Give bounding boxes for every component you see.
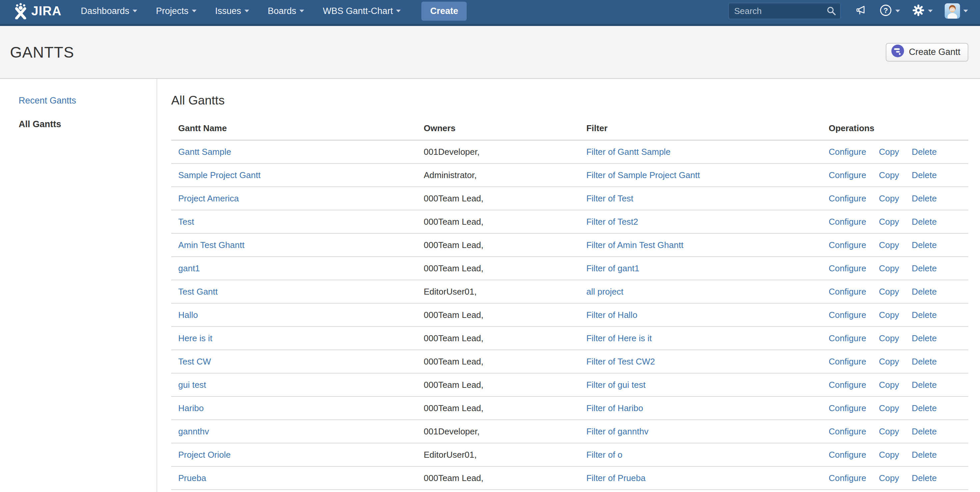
delete-link[interactable]: Delete bbox=[912, 380, 937, 390]
configure-link[interactable]: Configure bbox=[829, 147, 866, 157]
copy-link[interactable]: Copy bbox=[879, 380, 899, 390]
configure-link[interactable]: Configure bbox=[829, 450, 866, 460]
copy-link[interactable]: Copy bbox=[879, 194, 899, 203]
create-button[interactable]: Create bbox=[422, 2, 467, 21]
configure-link[interactable]: Configure bbox=[829, 403, 866, 413]
filter-link[interactable]: Filter of Test CW2 bbox=[586, 357, 655, 367]
filter-link[interactable]: Filter of Amin Test Ghantt bbox=[586, 240, 683, 250]
create-gantt-button[interactable]: Create Gantt bbox=[886, 43, 968, 62]
announcement-button[interactable] bbox=[856, 4, 867, 17]
copy-link[interactable]: Copy bbox=[879, 310, 899, 320]
delete-link[interactable]: Delete bbox=[912, 333, 937, 343]
filter-link[interactable]: Filter of Sample Project Gantt bbox=[586, 170, 700, 180]
delete-link[interactable]: Delete bbox=[912, 310, 937, 320]
copy-link[interactable]: Copy bbox=[879, 427, 899, 436]
delete-link[interactable]: Delete bbox=[912, 240, 937, 250]
copy-link[interactable]: Copy bbox=[879, 240, 899, 250]
delete-link[interactable]: Delete bbox=[912, 170, 937, 180]
configure-link[interactable]: Configure bbox=[829, 473, 866, 483]
help-menu-button[interactable]: ? bbox=[880, 4, 900, 18]
filter-link[interactable]: Filter of o bbox=[586, 450, 622, 460]
configure-link[interactable]: Configure bbox=[829, 357, 866, 367]
table-row: Project America 000Team Lead, Filter of … bbox=[171, 187, 968, 210]
delete-link[interactable]: Delete bbox=[912, 194, 937, 203]
copy-link[interactable]: Copy bbox=[879, 170, 899, 180]
filter-link[interactable]: Filter of Test2 bbox=[586, 217, 638, 227]
chevron-down-icon bbox=[299, 10, 304, 12]
search-input[interactable] bbox=[728, 3, 841, 19]
gantt-name-link[interactable]: gannthv bbox=[178, 427, 209, 436]
gantt-name-link[interactable]: gui test bbox=[178, 380, 206, 390]
gantt-name-link[interactable]: Gantt Sample bbox=[178, 147, 231, 157]
configure-link[interactable]: Configure bbox=[829, 240, 866, 250]
filter-link[interactable]: Filter of Test bbox=[586, 194, 633, 203]
nav-menu-label: WBS Gantt-Chart bbox=[323, 6, 393, 16]
nav-menu-dashboards[interactable]: Dashboards bbox=[81, 6, 138, 16]
configure-link[interactable]: Configure bbox=[829, 427, 866, 436]
configure-link[interactable]: Configure bbox=[829, 380, 866, 390]
delete-link[interactable]: Delete bbox=[912, 427, 937, 436]
delete-link[interactable]: Delete bbox=[912, 473, 937, 483]
copy-link[interactable]: Copy bbox=[879, 357, 899, 367]
filter-link[interactable]: Filter of gant1 bbox=[586, 263, 639, 273]
filter-link[interactable]: Filter of gui test bbox=[586, 380, 646, 390]
delete-link[interactable]: Delete bbox=[912, 147, 937, 157]
configure-link[interactable]: Configure bbox=[829, 310, 866, 320]
delete-link[interactable]: Delete bbox=[912, 217, 937, 227]
configure-link[interactable]: Configure bbox=[829, 263, 866, 273]
filter-link[interactable]: Filter of Haribo bbox=[586, 403, 643, 413]
delete-link[interactable]: Delete bbox=[912, 287, 937, 297]
copy-link[interactable]: Copy bbox=[879, 473, 899, 483]
owner-cell: Administrator, bbox=[417, 163, 579, 187]
gantt-name-link[interactable]: Test bbox=[178, 217, 194, 227]
configure-link[interactable]: Configure bbox=[829, 217, 866, 227]
configure-link[interactable]: Configure bbox=[829, 333, 866, 343]
gantt-name-link[interactable]: Sample Project Gantt bbox=[178, 170, 261, 180]
configure-link[interactable]: Configure bbox=[829, 287, 866, 297]
delete-link[interactable]: Delete bbox=[912, 450, 937, 460]
settings-menu-button[interactable] bbox=[912, 4, 933, 18]
copy-link[interactable]: Copy bbox=[879, 263, 899, 273]
copy-link[interactable]: Copy bbox=[879, 147, 899, 157]
filter-link[interactable]: Filter of Prueba bbox=[586, 473, 646, 483]
jira-logo[interactable]: JIRA bbox=[13, 3, 62, 19]
gantt-name-link[interactable]: Hallo bbox=[178, 310, 198, 320]
column-header-gantt-name: Gantt Name bbox=[171, 117, 417, 140]
chevron-down-icon bbox=[245, 10, 249, 12]
chevron-down-icon bbox=[192, 10, 197, 12]
delete-link[interactable]: Delete bbox=[912, 357, 937, 367]
filter-link[interactable]: all project bbox=[586, 287, 623, 297]
nav-menu-boards[interactable]: Boards bbox=[268, 6, 304, 16]
gantt-name-link[interactable]: Amin Test Ghantt bbox=[178, 240, 245, 250]
copy-link[interactable]: Copy bbox=[879, 403, 899, 413]
copy-link[interactable]: Copy bbox=[879, 450, 899, 460]
gantt-name-link[interactable]: Here is it bbox=[178, 333, 213, 343]
gantt-name-link[interactable]: Test Gantt bbox=[178, 287, 218, 297]
jira-logo-icon bbox=[13, 3, 29, 19]
configure-link[interactable]: Configure bbox=[829, 194, 866, 203]
nav-menu-issues[interactable]: Issues bbox=[215, 6, 249, 16]
configure-link[interactable]: Configure bbox=[829, 170, 866, 180]
copy-link[interactable]: Copy bbox=[879, 333, 899, 343]
gantt-name-link[interactable]: Test CW bbox=[178, 357, 211, 367]
copy-link[interactable]: Copy bbox=[879, 287, 899, 297]
filter-link[interactable]: Filter of Hallo bbox=[586, 310, 637, 320]
gantt-name-link[interactable]: gant1 bbox=[178, 263, 200, 273]
user-menu-button[interactable] bbox=[945, 3, 968, 19]
gantt-name-link[interactable]: Project Oriole bbox=[178, 450, 231, 460]
sidebar-item-recent-gantts[interactable]: Recent Gantts bbox=[19, 95, 157, 106]
filter-link[interactable]: Filter of Here is it bbox=[586, 333, 652, 343]
gantt-name-link[interactable]: Project America bbox=[178, 194, 239, 203]
gantt-name-link[interactable]: Haribo bbox=[178, 403, 204, 413]
copy-link[interactable]: Copy bbox=[879, 217, 899, 227]
operations-cell: ConfigureCopyDelete bbox=[822, 443, 968, 467]
sidebar-item-all-gantts[interactable]: All Gantts bbox=[19, 119, 157, 130]
nav-menu-wbs-gantt-chart[interactable]: WBS Gantt-Chart bbox=[323, 6, 401, 16]
owner-cell: EditorUser01, bbox=[417, 443, 579, 467]
delete-link[interactable]: Delete bbox=[912, 263, 937, 273]
filter-link[interactable]: Filter of Gantt Sample bbox=[586, 147, 671, 157]
gantt-name-link[interactable]: Prueba bbox=[178, 473, 206, 483]
filter-link[interactable]: Filter of gannthv bbox=[586, 427, 648, 436]
nav-menu-projects[interactable]: Projects bbox=[156, 6, 197, 16]
delete-link[interactable]: Delete bbox=[912, 403, 937, 413]
